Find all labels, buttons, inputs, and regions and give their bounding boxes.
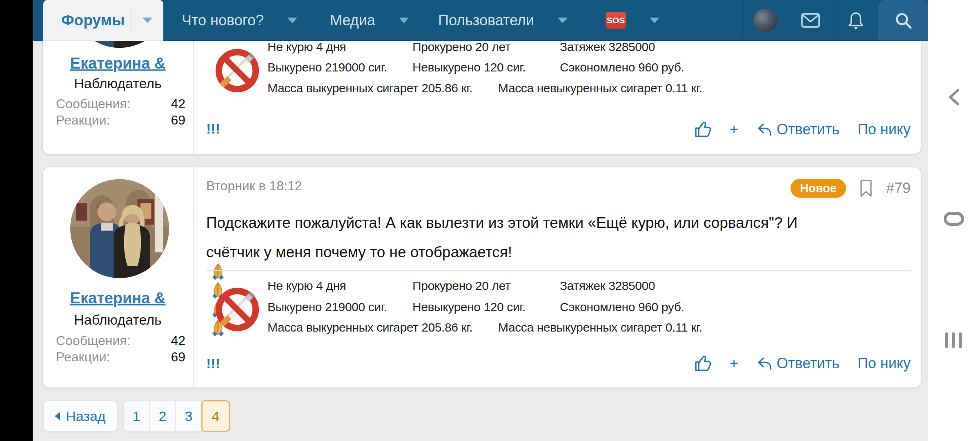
counter-cell: Не курю 4 дня	[267, 41, 346, 53]
stat-value: 42	[171, 333, 185, 348]
bookmark-button[interactable]	[859, 179, 873, 198]
stat-value: 42	[171, 96, 185, 111]
stat-label: Реакции:	[56, 113, 110, 128]
reply-button[interactable]: Ответить	[756, 121, 840, 138]
account-menu-button[interactable]	[742, 0, 788, 41]
media-dropdown-caret-icon[interactable]	[399, 18, 409, 23]
alerts-button[interactable]	[833, 0, 878, 41]
counter-cell: Прокурено 20 лет	[412, 280, 510, 292]
page-button-3[interactable]: 3	[176, 401, 202, 431]
counter-cell: Сэкономлено 960 руб.	[560, 301, 684, 313]
android-navigation-bar	[928, 0, 980, 441]
post-message-line: Подскажите пожалуйста! А как вылезти из …	[206, 213, 797, 233]
counter-cell: Масса выкуренных сигарет 205.86 кг.	[267, 82, 472, 94]
message-divider	[206, 270, 911, 271]
android-recents-button[interactable]	[945, 332, 962, 348]
user-stats: Сообщения: 42 Реакции: 69	[43, 332, 193, 365]
post-signature: !!!	[206, 120, 220, 137]
quote-by-nick-button[interactable]: По нику	[858, 121, 911, 138]
post-timestamp[interactable]: Вторник в 18:12	[206, 178, 302, 194]
tab-divider	[131, 9, 131, 32]
post-user-cell: Екатерина & Наблюдатель Сообщения: 42 Ре…	[43, 41, 194, 154]
forum-page: Форумы Что нового? Медиа Пользователи SO…	[0, 0, 980, 441]
navbar-right-icons	[742, 0, 928, 41]
back-label: Назад	[66, 408, 105, 424]
reply-button[interactable]: Ответить	[756, 355, 840, 372]
reply-label: Ответить	[777, 121, 840, 138]
stat-label: Реакции:	[56, 350, 110, 365]
camera-cutout-strip	[0, 0, 33, 441]
thumbs-up-icon	[693, 354, 712, 373]
envelope-icon	[801, 13, 820, 28]
inbox-button[interactable]	[788, 0, 833, 41]
new-badge: Новое	[791, 179, 846, 198]
post-number-link[interactable]: #79	[886, 180, 911, 197]
android-back-button[interactable]	[947, 88, 961, 106]
page-button-2[interactable]: 2	[150, 401, 176, 431]
pagination-back-button[interactable]: Назад	[43, 400, 118, 432]
tab-forums[interactable]: Форумы	[43, 0, 163, 41]
pagination-pages: 1 2 3 4	[123, 400, 230, 432]
top-navbar: Форумы Что нового? Медиа Пользователи SO…	[33, 0, 928, 41]
multiquote-button[interactable]: +	[730, 355, 738, 372]
user-title: Наблюдатель	[43, 312, 193, 327]
counter-cell: Сэкономлено 960 руб.	[560, 61, 684, 74]
nav-item-members[interactable]: Пользователи	[438, 0, 568, 41]
reply-arrow-icon	[756, 355, 773, 372]
post-header-right: Новое #79	[791, 179, 911, 198]
members-dropdown-caret-icon[interactable]	[558, 18, 568, 23]
message-text: Подскажите пожалуйста! А как вылезти из …	[206, 214, 797, 231]
page-button-4-current[interactable]: 4	[201, 400, 230, 432]
tab-forums-label: Форумы	[61, 12, 125, 29]
username-link[interactable]: Екатерина &	[43, 289, 193, 307]
counter-cell: Масса выкуренных сигарет 205.86 кг.	[267, 321, 472, 334]
post-card: Екатерина & Наблюдатель Сообщения: 42 Ре…	[43, 167, 921, 388]
user-stats: Сообщения: 42 Реакции: 69	[43, 96, 193, 128]
stat-value: 69	[171, 113, 185, 128]
forums-dropdown-caret-icon[interactable]	[143, 18, 152, 23]
multiquote-button[interactable]: +	[730, 121, 738, 138]
counter-cell: Масса невыкуренных сигарет 0.11 кг.	[498, 321, 702, 334]
post-card-partial: Екатерина & Наблюдатель Сообщения: 42 Ре…	[43, 41, 921, 154]
stat-row: Реакции: 69	[56, 349, 185, 365]
no-smoking-icon	[214, 42, 262, 94]
post-signature: !!!	[206, 355, 220, 372]
stat-value: 69	[171, 350, 185, 365]
stat-row: Реакции: 69	[56, 112, 185, 128]
sos-dropdown-caret-icon[interactable]	[650, 18, 659, 23]
counter-cell: Прокурено 20 лет	[412, 41, 510, 53]
post-actions: + Ответить По нику	[693, 120, 911, 139]
stat-label: Сообщения:	[56, 333, 131, 348]
android-home-button[interactable]	[944, 212, 964, 226]
thumbs-up-icon	[693, 120, 712, 139]
like-button[interactable]	[693, 120, 712, 139]
page-button-1[interactable]: 1	[124, 401, 150, 431]
back-triangle-icon	[55, 412, 60, 420]
reply-arrow-icon	[756, 121, 773, 138]
counter-cell: Не курю 4 дня	[267, 280, 346, 292]
post-user-cell: Екатерина & Наблюдатель Сообщения: 42 Ре…	[43, 167, 194, 388]
counter-cell: Невыкурено 120 сиг.	[412, 301, 526, 313]
user-avatar[interactable]	[70, 41, 169, 48]
username-link[interactable]: Екатерина &	[43, 54, 193, 72]
nav-item-sos[interactable]: SOS	[606, 0, 659, 41]
sos-badge[interactable]: SOS	[606, 12, 626, 29]
like-button[interactable]	[693, 354, 712, 373]
nav-item-media[interactable]: Медиа	[330, 0, 409, 41]
back-chevron-icon	[947, 88, 961, 106]
message-text: счётчик у меня почему то не отображается…	[206, 244, 512, 261]
post-body: Вторник в 18:12 Новое #79 Подскажите пож…	[194, 167, 921, 388]
counter-cell: Затяжек 3285000	[560, 280, 655, 292]
counter-cell: Выкурено 219000 сиг.	[267, 61, 387, 74]
post-body: Не курю 4 дня Прокурено 20 лет Затяжек 3…	[194, 41, 921, 154]
user-avatar[interactable]	[70, 179, 169, 278]
search-icon	[894, 11, 913, 30]
whats-new-dropdown-caret-icon[interactable]	[287, 18, 297, 23]
no-smoking-icon	[214, 281, 262, 333]
user-avatar[interactable]	[753, 9, 777, 32]
post-actions: + Ответить По нику	[693, 354, 911, 373]
search-button[interactable]	[878, 0, 928, 41]
bookmark-icon	[859, 179, 873, 198]
quote-by-nick-button[interactable]: По нику	[858, 355, 911, 372]
nav-item-whats-new[interactable]: Что нового?	[182, 0, 297, 41]
